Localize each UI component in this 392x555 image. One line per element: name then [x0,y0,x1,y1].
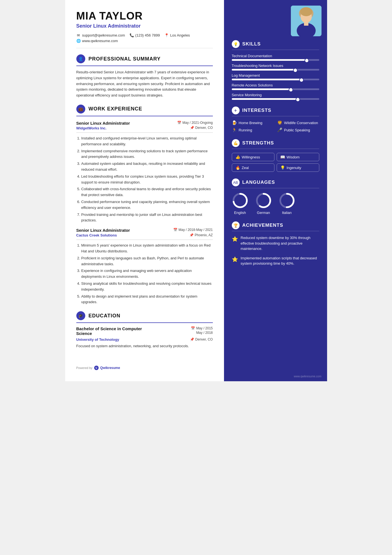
interests-icon: ✈ [232,107,240,114]
summary-section: 👤 PROFESSIONAL SUMMARY Results-oriented … [76,54,213,98]
interest-2-label: Wildlife Conservation [284,121,318,125]
list-item: Experience in configuring and managing w… [81,268,213,280]
languages-row: English German [232,192,319,215]
website-icon: 🌐 [76,38,81,43]
achievements-icon: 🏆 [232,221,240,229]
list-item: Provided training and mentorship to juni… [81,212,213,224]
strength-3-label: Zeal [242,166,249,170]
list-item: Collaborated with cross-functional teams… [81,186,213,198]
job-2-location: 📌 Phoenix, AZ [189,233,213,237]
list-item: Led troubleshooting efforts for complex … [81,174,213,185]
lang-1-label: English [234,211,246,215]
zeal-icon: 🔥 [235,165,240,170]
svg-point-3 [300,7,312,16]
skills-icon: 💡 [232,40,240,48]
edu-location: 📌 Denver, CO [190,337,213,341]
pin-icon-2: 📌 [189,233,194,237]
skill-5: Service Monitoring [232,93,319,100]
footer: Powered by Q Qwikresume [76,366,213,370]
calendar-icon-1: 📅 [177,121,181,125]
skill-1: Technical Documentation [232,54,319,61]
work-experience-section: 💼 WORK EXPERIENCE Senior Linux Administr… [76,105,213,305]
website-row: 🌐 www.qwikresume.com [76,38,213,43]
work-heading: WORK EXPERIENCE [89,106,142,112]
skill-4: Remote Access Solutions [232,83,319,90]
achievements-heading: ACHIEVEMENTS [242,223,283,228]
skill-2: Troubleshooting Network Issues [232,64,319,71]
lang-3-label: Italian [282,211,292,215]
ingenuity-icon: 💡 [280,165,285,170]
job-2-date: 📅 May / 2018-May / 2021 [173,228,213,232]
pin-icon-1: 📌 [190,126,194,130]
footer-brand: Qwikresume [100,366,120,370]
interest-1-label: Home Brewing [239,121,262,125]
job-1-company: WidgetWorks Inc. [76,126,107,130]
interest-1: 🍺 Home Brewing [232,120,274,125]
strength-1-label: Willingness [242,155,260,159]
achievement-2-icon: ⭐ [232,256,238,266]
strength-4: 💡 Ingenuity [277,163,319,172]
job-2-title: Senior Linux Administrator [76,228,130,233]
interests-section: ✈ INTERESTS 🍺 Home Brewing 🦁 Wildlife Co… [224,107,327,132]
email-item: ✉ support@qwikresume.com [76,33,125,37]
achievement-1: ⭐ Reduced system downtime by 30% through… [232,235,319,252]
strengths-icon: 💪 [232,139,240,147]
brew-icon: 🍺 [232,120,237,125]
edu-degree: Bachelor of Science in Computer Science [76,326,149,336]
edu-entry-1: Bachelor of Science in Computer Science … [76,326,213,349]
footer-logo-icon: Q [94,366,99,370]
list-item: Installed and configured enterprise-leve… [81,136,213,147]
interest-4-label: Public Speaking [284,128,310,132]
job-1-location: 📌 Denver, CO [190,126,213,130]
photo-area [224,0,327,33]
interest-4: 🎤 Public Speaking [277,127,319,132]
list-item: Conducted performance tuning and capacit… [81,199,213,211]
achievement-1-text: Reduced system downtime by 30% through e… [241,235,319,252]
languages-heading: LANGUAGES [242,180,275,185]
wildlife-icon: 🦁 [277,120,283,125]
location-icon: 📍 [164,33,169,37]
candidate-photo [291,6,322,36]
strength-3: 🔥 Zeal [232,163,274,172]
candidate-name: MIA TAYLOR [76,10,213,22]
list-item: Ability to design and implement test pla… [81,294,213,305]
strength-2-label: Wisdom [287,155,300,159]
interest-3-label: Running [239,128,252,132]
summary-heading: PROFESSIONAL SUMMARY [89,56,161,62]
website-value: www.qwikresume.com [82,39,118,43]
job-2: Senior Linux Administrator 📅 May / 2018-… [76,228,213,305]
skills-section: 💡 SKILLS Technical Documentation Trouble… [224,40,327,100]
strength-2: 📖 Wisdom [277,153,319,161]
right-footer: www.qwikresume.com [294,375,322,378]
strengths-grid: 👍 Willingness 📖 Wisdom 🔥 Zeal 💡 Ingenuit… [232,153,319,172]
job-1: Senior Linux Administrator 📅 May / 2021-… [76,121,213,223]
location-item: 📍 Los Angeles [164,33,190,37]
wisdom-icon: 📖 [280,155,285,159]
list-item: Implemented comprehensive monitoring sol… [81,148,213,160]
achievement-2: ⭐ Implemented automation scripts that de… [232,255,319,266]
strength-4-label: Ingenuity [287,166,301,170]
location-value: Los Angeles [170,33,190,37]
edu-dates: 📅 May / 2015 May / 2018 [191,326,213,335]
candidate-title: Senior Linux Administrator [76,23,213,29]
summary-text: Results-oriented Senior Linux Administra… [76,69,213,98]
phone-icon: 📞 [130,33,134,37]
job-1-duties: Installed and configured enterprise-leve… [76,136,213,223]
footer-powered-by: Powered by [76,366,92,370]
edu-university: University of Technology [76,337,119,342]
photo-placeholder [291,6,322,36]
email-icon: ✉ [76,33,81,37]
running-icon: 🏃 [232,127,237,132]
list-item: Proficient in scripting languages such a… [81,255,213,267]
edu-heading: EDUCATION [89,313,121,319]
right-footer-url: www.qwikresume.com [294,375,322,378]
job-1-title: Senior Linux Administrator [76,121,130,126]
languages-section: AB LANGUAGES English [224,178,327,215]
strengths-heading: STRENGTHS [242,140,274,146]
interests-grid: 🍺 Home Brewing 🦁 Wildlife Conservation 🏃… [232,120,319,132]
interest-2: 🦁 Wildlife Conservation [277,120,319,125]
lang-2-label: German [257,211,270,215]
resume-header: MIA TAYLOR Senior Linux Administrator ✉ … [76,10,213,43]
contact-row: ✉ support@qwikresume.com 📞 (123) 456 789… [76,33,213,37]
job-2-duties: Minimum 5 years' experience in Linux sys… [76,243,213,305]
